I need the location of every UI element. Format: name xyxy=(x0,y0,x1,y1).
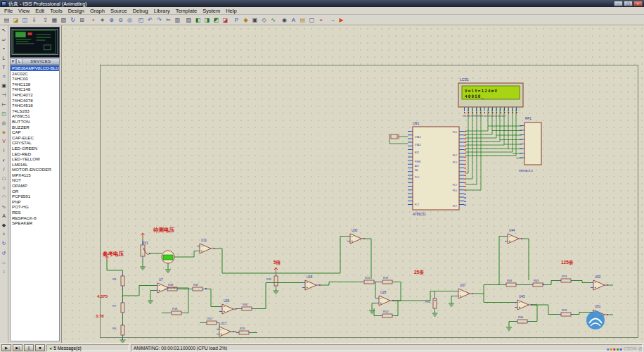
new-file-icon[interactable]: ▤ xyxy=(2,15,11,25)
grid-icon[interactable]: ⊞ xyxy=(77,15,86,25)
maximize-button[interactable]: ▢ xyxy=(624,1,633,6)
schematic-canvas[interactable]: Volt=124mV 40958_ VSS VDD VEE RS RW E D0… xyxy=(62,25,644,343)
block-delete-icon[interactable]: ◪ xyxy=(221,15,230,25)
device-list-item[interactable]: 24C02C xyxy=(11,71,59,77)
voltage-probe-icon[interactable]: V xyxy=(1,138,8,145)
component-mode-icon[interactable]: ▱ xyxy=(1,36,8,43)
zoom-all-icon[interactable]: ◎ xyxy=(125,15,134,25)
stop-button[interactable]: ■ xyxy=(35,344,45,351)
respack-component[interactable] xyxy=(522,122,542,165)
device-list-item[interactable]: 74LS283 xyxy=(11,108,59,114)
2d-line-icon[interactable]: / xyxy=(1,166,8,173)
2d-arc-icon[interactable]: ◠ xyxy=(1,194,8,201)
netlist-to-ares-icon[interactable]: ▶ xyxy=(337,15,346,25)
device-list-item[interactable]: MOTOR-ENCODER xyxy=(11,167,59,172)
device-list-item[interactable]: CAP-ELEC xyxy=(11,135,59,141)
device-list-item[interactable]: 74HC4078 xyxy=(11,98,59,103)
mirror-h-icon[interactable]: ↔ xyxy=(1,259,8,266)
2d-circle-icon[interactable]: ○ xyxy=(1,184,8,191)
meter-led-component[interactable] xyxy=(162,251,174,263)
pick-parts-button[interactable]: P xyxy=(10,58,16,65)
device-list-item[interactable]: 74HC00 xyxy=(11,76,59,82)
bus-mode-icon[interactable]: ≡ xyxy=(1,73,8,80)
origin-icon[interactable]: + xyxy=(89,15,98,25)
crystal-component[interactable] xyxy=(389,134,399,139)
resistor-symbols[interactable] xyxy=(121,273,574,338)
device-list-item[interactable]: 74HC148 xyxy=(11,87,59,92)
property-assignment-icon[interactable]: A xyxy=(289,15,298,25)
device-list-item[interactable]: POT-HG xyxy=(11,204,59,210)
paste-icon[interactable]: ▨ xyxy=(184,15,193,25)
menu-item[interactable]: Help xyxy=(223,8,239,14)
2d-text-icon[interactable]: A xyxy=(1,213,8,220)
menu-item[interactable]: File xyxy=(1,8,15,14)
generator-mode-icon[interactable]: ◈ xyxy=(1,129,8,136)
tape-recorder-icon[interactable]: ◎ xyxy=(1,120,8,127)
device-list-item[interactable]: MPX4115 xyxy=(11,172,59,178)
rotate-cw-icon[interactable]: ↻ xyxy=(1,240,8,247)
subcircuit-icon[interactable]: ▣ xyxy=(1,82,8,89)
junction-dot-icon[interactable]: • xyxy=(1,45,8,52)
menu-item[interactable]: System xyxy=(200,8,223,14)
device-list-item[interactable]: NOT xyxy=(11,177,59,183)
export-icon[interactable]: ⇧ xyxy=(41,15,50,25)
zoom-in-icon[interactable]: ⊕ xyxy=(107,15,116,25)
2d-box-icon[interactable]: □ xyxy=(1,175,8,182)
marker-mode-icon[interactable]: + xyxy=(1,231,8,238)
menu-item[interactable]: Design xyxy=(65,8,87,14)
pause-button[interactable]: || xyxy=(24,344,34,351)
packaging-tool-icon[interactable]: ▣ xyxy=(250,15,259,25)
import-icon[interactable]: ⇩ xyxy=(30,15,39,25)
device-list-item[interactable]: LED-GREEN xyxy=(11,146,59,151)
device-list-item[interactable]: PNP xyxy=(11,199,59,205)
menu-item[interactable]: Template xyxy=(173,8,200,14)
close-button[interactable]: × xyxy=(633,1,643,6)
device-list-item[interactable]: LM016L xyxy=(11,162,59,168)
block-move-icon[interactable]: ◨ xyxy=(202,15,212,25)
play-button[interactable]: ▶ xyxy=(1,344,11,351)
print-icon[interactable]: ▦ xyxy=(50,15,59,25)
terminal-mode-icon[interactable]: ⊣ xyxy=(1,92,8,99)
device-list-item[interactable]: OR xyxy=(11,189,59,194)
mark-region-icon[interactable]: ▧ xyxy=(59,15,68,25)
ground-terminals[interactable] xyxy=(120,265,513,343)
step-button[interactable]: ▶| xyxy=(13,344,22,351)
wire-label-icon[interactable]: L xyxy=(1,55,8,62)
2d-path-icon[interactable]: ∿ xyxy=(1,203,8,210)
device-list-item[interactable]: RES xyxy=(11,210,59,215)
device-list-item[interactable]: 74HC138 xyxy=(11,82,59,87)
power-terminals[interactable] xyxy=(105,233,278,272)
device-list-item[interactable]: BUZZER xyxy=(11,125,59,130)
menu-item[interactable]: Source xyxy=(108,8,130,14)
block-rotate-icon[interactable]: ◩ xyxy=(212,15,221,25)
zoom-out-icon[interactable]: ⊖ xyxy=(116,15,125,25)
wire-autorouter-icon[interactable]: ∿ xyxy=(269,15,278,25)
redo-icon[interactable]: ↷ xyxy=(155,15,164,25)
device-list-item[interactable]: CAP xyxy=(11,130,59,135)
device-list-item[interactable]: CRYSTAL xyxy=(11,140,59,146)
device-list-item[interactable]: RESPACK-8 xyxy=(11,215,59,221)
text-script-icon[interactable]: T xyxy=(1,64,8,71)
device-list-item[interactable]: LED-YELLOW xyxy=(11,156,59,162)
device-pin-icon[interactable]: ⊢ xyxy=(1,101,8,108)
pick-device-icon[interactable]: P xyxy=(232,15,241,25)
library-button[interactable]: L xyxy=(16,58,22,65)
undo-icon[interactable]: ↶ xyxy=(146,15,155,25)
minimize-button[interactable]: – xyxy=(614,1,623,6)
design-explorer-icon[interactable]: ▤ xyxy=(298,15,307,25)
search-tag-icon[interactable]: ◉ xyxy=(280,15,289,25)
cut-icon[interactable]: ✂ xyxy=(164,15,173,25)
mirror-v-icon[interactable]: ↕ xyxy=(1,268,8,275)
save-icon[interactable]: ◫ xyxy=(20,15,30,25)
menu-item[interactable]: Graph xyxy=(87,8,108,14)
device-list-item[interactable]: PSB16AMPV8LCD-BLUE xyxy=(11,65,59,71)
open-folder-icon[interactable]: ◪ xyxy=(11,15,20,25)
message-panel[interactable]: ● 5 Message(s) xyxy=(46,344,129,351)
goto-sheet-icon[interactable]: → xyxy=(328,15,337,25)
device-list-item[interactable]: LED-RED xyxy=(11,151,59,157)
menu-item[interactable]: Tools xyxy=(47,8,65,14)
device-list-item[interactable]: 74HC4518 xyxy=(11,103,59,108)
selection-mode-icon[interactable]: ↖ xyxy=(1,27,8,34)
make-device-icon[interactable]: ◆ xyxy=(241,15,250,25)
current-probe-icon[interactable]: I xyxy=(1,147,8,154)
